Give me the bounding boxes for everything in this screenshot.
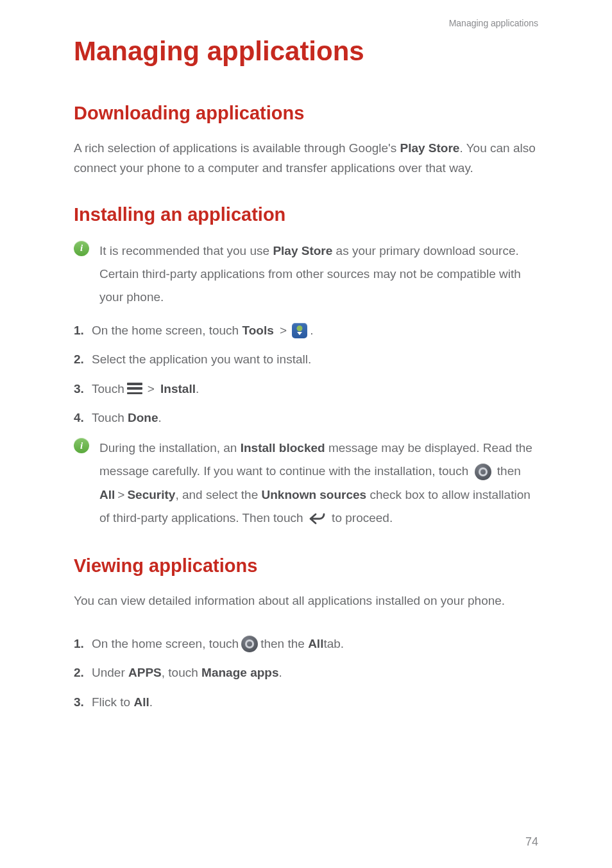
text: then <box>494 464 521 478</box>
downloading-paragraph: A rich selection of applications is avai… <box>74 138 538 178</box>
running-header: Managing applications <box>74 18 538 28</box>
text: Flick to <box>92 692 130 712</box>
play-store-label: Play Store <box>273 244 332 257</box>
unknown-sources-label: Unknown sources <box>262 488 367 501</box>
text: . <box>158 408 161 428</box>
text: . <box>310 320 313 340</box>
apps-label: APPS <box>128 663 162 682</box>
menu-icon <box>127 383 142 394</box>
viewing-paragraph: You can view detailed information about … <box>74 591 538 611</box>
chevron-separator: > <box>280 320 287 340</box>
chevron-separator: > <box>148 379 155 399</box>
list-item: On the home screen, touch then the All t… <box>74 634 538 654</box>
all-tab-label: All <box>308 634 323 654</box>
list-item: Flick to All. <box>74 692 538 712</box>
list-item: Under APPS, touch Manage apps. <box>74 663 538 682</box>
all-label: All <box>99 488 115 501</box>
security-label: Security <box>127 488 175 501</box>
back-icon <box>309 513 326 525</box>
done-label: Done <box>128 408 158 428</box>
list-item: Touch Done. <box>74 408 538 428</box>
text: On the home screen, touch <box>92 634 239 654</box>
section-installing-title: Installing an application <box>74 204 538 225</box>
list-item: Touch > Install. <box>74 379 538 399</box>
text: It is recommended that you use <box>99 244 273 257</box>
text: . <box>278 663 282 682</box>
play-store-label: Play Store <box>400 141 459 155</box>
text: , and select the <box>175 488 261 501</box>
info-icon: i <box>74 241 89 256</box>
section-viewing-title: Viewing applications <box>74 555 538 577</box>
install-blocked-label: Install blocked <box>241 441 325 455</box>
text: , touch <box>162 663 198 682</box>
manage-apps-label: Manage apps <box>201 663 278 682</box>
info-text: During the installation, an Install bloc… <box>99 437 538 529</box>
info-icon: i <box>74 438 89 453</box>
list-item: On the home screen, touch Tools > . <box>74 320 538 340</box>
app-installer-icon <box>292 323 307 338</box>
all-label: All <box>133 692 149 712</box>
settings-icon <box>241 636 258 652</box>
installing-steps: On the home screen, touch Tools > . Sele… <box>74 320 538 428</box>
chevron-separator: > <box>117 488 124 501</box>
info-note: i It is recommended that you use Play St… <box>74 239 538 309</box>
page-title: Managing applications <box>74 36 538 67</box>
text: . <box>149 692 153 712</box>
text: A rich selection of applications is avai… <box>74 141 400 155</box>
settings-icon <box>475 464 491 480</box>
text: Touch <box>92 379 124 399</box>
text: Touch <box>92 408 124 428</box>
text: On the home screen, touch <box>92 320 239 340</box>
info-text: It is recommended that you use Play Stor… <box>99 239 538 309</box>
section-downloading-title: Downloading applications <box>74 103 538 124</box>
list-item: Select the application you want to insta… <box>74 349 538 369</box>
text: Select the application you want to insta… <box>92 349 311 369</box>
text: Under <box>92 663 125 682</box>
text: to proceed. <box>328 511 393 525</box>
text: then the <box>260 634 305 654</box>
info-note: i During the installation, an Install bl… <box>74 437 538 529</box>
text: tab. <box>323 634 344 654</box>
viewing-steps: On the home screen, touch then the All t… <box>74 634 538 712</box>
text: During the installation, an <box>99 441 241 455</box>
text: . <box>196 379 199 399</box>
page-number: 74 <box>525 835 538 849</box>
install-label: Install <box>160 379 196 399</box>
tools-label: Tools <box>242 320 273 340</box>
